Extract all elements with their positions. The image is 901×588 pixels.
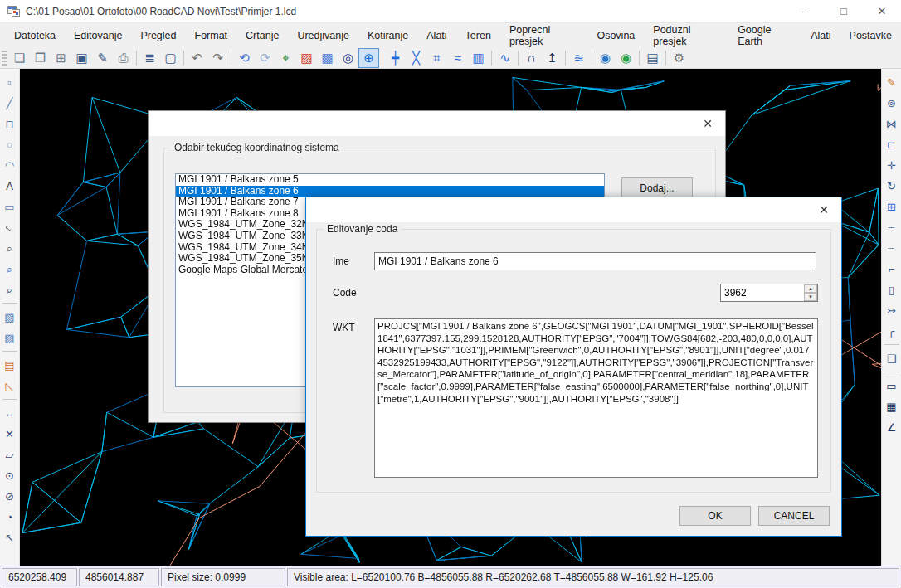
target-point-button[interactable]: ◎ (338, 48, 358, 68)
ok-button[interactable]: OK (679, 506, 751, 526)
center-view-button[interactable]: ⊕ (358, 48, 379, 68)
coordinate-system-item[interactable]: MGI 1901 / Balkans zone 6 (176, 186, 604, 197)
edit-pencil-button[interactable]: ✎ (883, 72, 901, 92)
wkt-field[interactable]: PROJCS["MGI 1901 / Balkans zone 6",GEOGC… (374, 318, 818, 478)
insert-image-button[interactable]: ▧ (1, 307, 19, 327)
menu-item[interactable]: Crtanje (236, 26, 288, 46)
close-icon[interactable]: ✕ (811, 200, 836, 220)
select-nodes-button[interactable]: ▩ (317, 48, 338, 68)
cross-section-button[interactable]: ▥ (468, 48, 489, 68)
zoom-window-button[interactable]: ⌕ (1, 279, 19, 299)
move-button[interactable]: ✛ (883, 155, 901, 175)
rotate-button[interactable]: ↻ (883, 176, 901, 196)
draw-spline-button[interactable]: ⊓ (1, 114, 19, 134)
elevation-marker-button[interactable]: ↥ (542, 48, 563, 68)
draw-tool-icon: ⌕ (7, 243, 12, 254)
save-all-button[interactable]: ⊞ (51, 48, 71, 68)
station-grid-button[interactable]: ⌗ (426, 48, 447, 68)
extend-button[interactable]: ┈ (883, 238, 901, 258)
dimension-tangent-button[interactable]: ◔ (1, 507, 19, 527)
google-maps-button[interactable]: ◉ (616, 48, 636, 68)
add-button[interactable]: Dodaj... (621, 177, 693, 198)
new-file-button[interactable]: ❏ (9, 48, 30, 68)
spin-up-icon[interactable]: ▲ (804, 284, 817, 293)
menu-item[interactable]: Datoteka (5, 26, 65, 46)
draw-text-button[interactable]: A (1, 176, 19, 196)
zoom-dynamic-button[interactable]: ↔ (0, 214, 23, 241)
display-settings-button[interactable]: ▢ (160, 48, 181, 68)
project-list-button[interactable]: ≣ (139, 48, 160, 68)
coordinate-system-item[interactable]: MGI 1901 / Balkans zone 5 (176, 174, 604, 186)
close-button[interactable]: ✕ (863, 0, 901, 22)
hatch-button[interactable]: ▦ (883, 396, 901, 416)
measure-ruler-button[interactable]: ▤ (1, 355, 19, 375)
dimension-radius-button[interactable]: ⊙ (1, 465, 19, 485)
undo-button[interactable]: ↶ (187, 48, 207, 68)
profile-view-button[interactable]: ∩ (521, 48, 542, 68)
menu-item[interactable]: Uredjivanje (288, 26, 358, 46)
angle-button[interactable]: ∠ (883, 417, 901, 437)
settings-gear-button[interactable]: ⚙ (669, 48, 689, 68)
menu-item[interactable]: Teren (456, 26, 500, 46)
save-button[interactable]: ▣ (71, 48, 92, 68)
dialog-titlebar[interactable]: ✕ (306, 197, 841, 222)
menu-item[interactable]: Kotiranje (358, 26, 417, 46)
offset-button[interactable]: ⊏ (883, 134, 901, 154)
contour-layers-button[interactable]: ≋ (568, 48, 589, 68)
draw-curve-button[interactable]: ∿ (494, 48, 515, 68)
copy-object-button[interactable]: ⊚ (883, 93, 901, 113)
google-earth-button[interactable]: ◉ (595, 48, 616, 68)
menu-item[interactable]: Google Earth (728, 20, 801, 51)
cancel-button[interactable]: CANCEL (758, 506, 830, 526)
edge-corner-button[interactable]: ⌐ (883, 259, 901, 279)
snap-check-button[interactable]: ⌖ (275, 48, 296, 68)
zoom-extents-button[interactable]: ⌕ (1, 259, 19, 279)
close-icon[interactable]: ✕ (695, 114, 720, 134)
dialog-titlebar[interactable]: ✕ (149, 111, 725, 136)
redo-button[interactable]: ↷ (207, 48, 228, 68)
menu-item[interactable]: Alati (801, 26, 840, 46)
toolbar-grip[interactable] (2, 51, 7, 66)
dimension-leader-button[interactable]: ↖ (1, 527, 19, 547)
rectangle-select-button[interactable]: ▭ (883, 376, 901, 396)
menu-item[interactable]: Poprecni presjek (500, 20, 588, 51)
dimension-diameter-button[interactable]: ⊘ (1, 486, 19, 506)
image-manager-button[interactable]: ▨ (1, 328, 19, 347)
draw-arc-button[interactable]: ◠ (1, 155, 19, 175)
axis-delete-button[interactable]: ╳ (406, 48, 426, 68)
draw-line-button[interactable]: ╱ (1, 93, 19, 113)
name-field[interactable] (374, 252, 816, 270)
fillet-button[interactable]: ╭ (883, 321, 901, 341)
double-arc-button[interactable]: ≈ (447, 48, 468, 68)
view-previous-button[interactable]: ⟲ (234, 48, 255, 68)
menu-item[interactable]: Pregled (131, 26, 185, 46)
menu-item[interactable]: Postavke (840, 26, 901, 46)
draw-circle-button[interactable]: ○ (1, 134, 19, 154)
draw-point-button[interactable]: ▫ (1, 72, 19, 92)
measure-distance-button[interactable]: ✕ (1, 424, 19, 444)
save-as-button[interactable]: ✎ (92, 48, 113, 68)
menu-item[interactable]: Format (186, 26, 237, 46)
report-button[interactable]: ▤ (642, 48, 663, 68)
edit-segment-button[interactable]: ▨ (296, 48, 317, 68)
layers-button[interactable]: ❑ (883, 348, 901, 368)
join-button[interactable]: ↣ (883, 300, 901, 320)
menu-item[interactable]: Editovanje (65, 26, 131, 46)
view-next-button[interactable]: ⟳ (255, 48, 275, 68)
maximize-button[interactable]: □ (825, 0, 863, 22)
break-gap-button[interactable]: ▯ (883, 279, 901, 299)
open-file-button[interactable]: ❒ (30, 48, 51, 68)
measure-area-button[interactable]: ▱ (1, 445, 19, 464)
mirror-button[interactable]: ⋈ (883, 114, 901, 134)
measure-slope-button[interactable]: ◺ (1, 376, 19, 396)
menu-item[interactable]: Poduzni presjek (644, 20, 728, 51)
zoom-page-button[interactable]: ⌕ (1, 238, 19, 258)
axis-insert-button[interactable]: ┿ (385, 48, 406, 68)
spin-down-icon[interactable]: ▼ (804, 293, 817, 301)
print-button[interactable]: ⎙ (113, 48, 134, 68)
trim-button[interactable]: ┄ (883, 217, 901, 237)
menu-item[interactable]: Alati (417, 26, 455, 46)
menu-item[interactable]: Osovina (587, 26, 644, 46)
scale-button[interactable]: ⊞ (883, 197, 901, 216)
dimension-linear-button[interactable]: ↔ (1, 403, 19, 423)
